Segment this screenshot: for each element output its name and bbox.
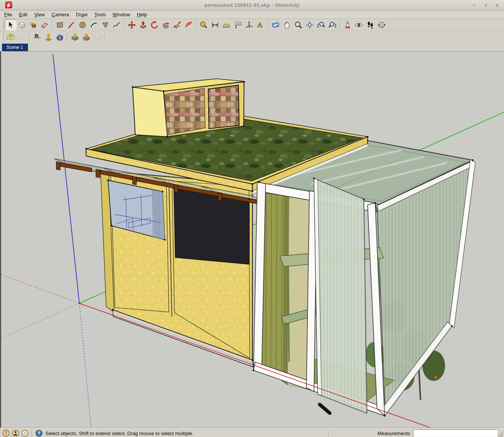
previous-view-tool[interactable] (315, 19, 327, 30)
photo-textures-icon (44, 33, 53, 41)
paint-bucket-tool[interactable] (28, 19, 39, 30)
protractor-tool[interactable] (221, 19, 232, 30)
rotate-icon (150, 21, 159, 29)
menu-help[interactable]: Help (134, 11, 151, 18)
menu-view[interactable]: View (31, 11, 48, 18)
toggle-terrain-tool[interactable] (16, 31, 28, 42)
status-message: Select objects. Shift to extend select. … (45, 431, 193, 436)
svg-text:?: ? (38, 431, 41, 435)
tape-measure-tool[interactable] (198, 19, 209, 30)
photo-textures-tool[interactable] (43, 31, 54, 42)
share-component-tool[interactable] (92, 31, 103, 42)
zoom-extents-tool[interactable] (304, 19, 315, 30)
previous-view-icon (317, 21, 325, 29)
offset-tool[interactable] (183, 19, 194, 30)
polygon-icon (101, 21, 109, 29)
menu-file[interactable]: File (1, 11, 16, 18)
zoom-tool[interactable] (293, 19, 304, 30)
axes-tool[interactable] (243, 19, 255, 30)
toolbar-handle[interactable] (2, 21, 3, 29)
minimize-button[interactable]: − (471, 0, 477, 10)
menu-camera[interactable]: Camera (48, 11, 72, 18)
dimension-tool[interactable] (209, 19, 221, 30)
status-separator (32, 429, 33, 437)
arc-icon (90, 21, 98, 29)
menu-bar: FileEditViewCameraDrawToolsWindowHelp (0, 11, 504, 19)
next-view-tool[interactable] (327, 19, 338, 30)
polygon-tool[interactable] (100, 19, 111, 30)
get-models-tool[interactable] (69, 31, 81, 42)
scene-tab-bar: Scene 1 (0, 43, 504, 52)
toolbar-separator (29, 33, 30, 41)
orbit-icon (272, 21, 280, 29)
push-pull-icon (139, 21, 147, 29)
eraser-tool[interactable]: PINK (39, 19, 50, 30)
toolbar-separator (268, 20, 268, 29)
circle-tool[interactable] (77, 19, 88, 30)
select-tool[interactable] (5, 19, 16, 30)
window-title: permashed 130611-01.skp - SketchUp (204, 2, 300, 8)
preview-in-google-earth-icon (56, 33, 64, 41)
toolbar-handle[interactable] (2, 33, 3, 41)
line-tool[interactable] (66, 19, 77, 30)
toolbar-separator (124, 20, 125, 29)
door-handle (320, 404, 330, 413)
bug-hotel-left (133, 87, 167, 137)
orbit-tool[interactable] (270, 19, 281, 30)
green-axis-dotted (1, 303, 80, 338)
credit-attribution-icon[interactable] (12, 429, 19, 437)
menu-tools[interactable]: Tools (91, 11, 109, 18)
offset-icon (184, 21, 193, 29)
3d-text-icon: A (256, 21, 265, 29)
zoom-extents-icon (306, 21, 314, 29)
resize-grip[interactable] (498, 428, 504, 437)
close-button[interactable]: × (494, 0, 500, 10)
menu-edit[interactable]: Edit (16, 11, 31, 18)
pan-tool[interactable] (281, 19, 293, 30)
arc-tool[interactable] (88, 19, 100, 30)
walk-tool[interactable] (365, 19, 376, 30)
help-icon[interactable]: ? (35, 429, 43, 437)
position-camera-tool[interactable] (342, 19, 353, 30)
text-tool[interactable]: ABC (232, 19, 243, 30)
move-tool[interactable] (126, 19, 137, 30)
greenhouse-front (253, 178, 394, 416)
move-icon (128, 21, 136, 29)
sign-in-icon[interactable]: G (21, 429, 29, 437)
look-around-tool[interactable] (353, 19, 365, 30)
make-component-tool[interactable] (16, 19, 28, 30)
rotate-tool[interactable] (149, 19, 160, 30)
get-models-icon (71, 33, 79, 41)
scene-tab-1[interactable]: Scene 1 (2, 43, 28, 51)
main-toolbar: PINK ABC A CA-5 (0, 19, 504, 31)
3d-text-tool[interactable]: A (255, 19, 266, 30)
maximize-button[interactable]: + (483, 0, 489, 10)
window-controls: − + × (471, 0, 500, 10)
viewport-canvas[interactable] (1, 52, 504, 428)
add-location-tool[interactable] (5, 31, 16, 42)
menu-draw[interactable]: Draw (73, 11, 91, 18)
scale-tool[interactable] (172, 19, 183, 30)
walk-icon (366, 21, 374, 29)
svg-text:A-5: A-5 (380, 25, 383, 27)
freehand-tool[interactable] (111, 19, 122, 30)
preview-in-google-earth-tool[interactable] (54, 31, 66, 42)
follow-me-tool[interactable] (160, 19, 172, 30)
add-building-tool[interactable] (31, 31, 43, 42)
section-plane-tool[interactable]: CA-5 (376, 19, 387, 30)
model-viewport[interactable] (0, 52, 504, 428)
push-pull-tool[interactable] (137, 19, 149, 30)
svg-text:C: C (381, 22, 382, 25)
share-model-tool[interactable] (81, 31, 92, 42)
menu-window[interactable]: Window (109, 11, 133, 18)
look-around-icon (355, 21, 363, 29)
measurements-input[interactable] (413, 429, 498, 437)
add-location-icon (6, 33, 15, 41)
bug-hotel (133, 79, 245, 137)
toggle-terrain-icon (18, 33, 26, 41)
rectangle-tool[interactable] (54, 19, 66, 30)
geolocation-status-icon[interactable] (2, 429, 10, 437)
paint-bucket-icon (29, 21, 37, 29)
dimension-icon (211, 21, 219, 29)
make-component-icon (18, 21, 26, 29)
